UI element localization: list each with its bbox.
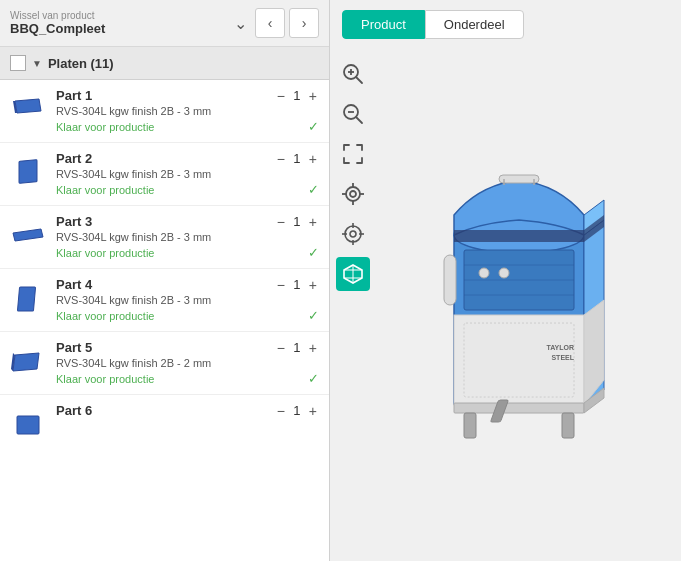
svg-rect-4 [17, 287, 35, 311]
part-spec-2: RVS-304L kgw finish 2B - 3 mm [56, 168, 319, 180]
qty-value-6: 1 [291, 403, 303, 418]
list-item: Part 1 − 1 + RVS-304L kgw finish 2B - 3 … [0, 80, 329, 143]
bbq-3d-model: TAYLOR STEEL [419, 165, 639, 445]
qty-plus-3[interactable]: + [307, 215, 319, 229]
part-status-5: Klaar voor productie [56, 373, 154, 385]
qty-plus-2[interactable]: + [307, 152, 319, 166]
svg-text:TAYLOR: TAYLOR [546, 344, 574, 351]
svg-rect-47 [454, 403, 584, 413]
list-item: Part 5 − 1 + RVS-304L kgw finish 2B - 2 … [0, 332, 329, 395]
svg-rect-2 [19, 160, 37, 184]
svg-marker-3 [13, 229, 43, 241]
part-details-1: Part 1 − 1 + RVS-304L kgw finish 2B - 3 … [56, 88, 319, 134]
list-item: Part 3 − 1 + RVS-304L kgw finish 2B - 3 … [0, 206, 329, 269]
part-spec-5: RVS-304L kgw finish 2B - 2 mm [56, 357, 319, 369]
part-name: Part 3 [56, 214, 92, 229]
qty-minus-3[interactable]: − [275, 215, 287, 229]
qty-plus-5[interactable]: + [307, 341, 319, 355]
tab-onderdeel[interactable]: Onderdeel [425, 10, 524, 39]
qty-value-4: 1 [291, 277, 303, 292]
parts-list: Part 1 − 1 + RVS-304L kgw finish 2B - 3 … [0, 80, 329, 561]
svg-point-41 [479, 268, 489, 278]
part-name: Part 1 [56, 88, 92, 103]
part-icon-4 [10, 281, 46, 317]
svg-point-22 [350, 231, 356, 237]
part-status-row-5: Klaar voor productie ✓ [56, 371, 319, 386]
target-icon[interactable] [336, 217, 370, 251]
qty-plus-4[interactable]: + [307, 278, 319, 292]
qty-minus-2[interactable]: − [275, 152, 287, 166]
part-details-6: Part 6 − 1 + [56, 403, 319, 418]
part-name: Part 6 [56, 403, 92, 418]
part-spec-1: RVS-304L kgw finish 2B - 3 mm [56, 105, 319, 117]
group-checkbox[interactable] [10, 55, 26, 71]
qty-minus-1[interactable]: − [275, 89, 287, 103]
svg-point-16 [350, 191, 356, 197]
part-details-3: Part 3 − 1 + RVS-304L kgw finish 2B - 3 … [56, 214, 319, 260]
fit-view-icon[interactable] [336, 137, 370, 171]
part-spec-3: RVS-304L kgw finish 2B - 3 mm [56, 231, 319, 243]
qty-ctrl: − 1 + [275, 277, 319, 292]
qty-minus-5[interactable]: − [275, 341, 287, 355]
qty-plus-1[interactable]: + [307, 89, 319, 103]
svg-point-21 [345, 226, 361, 242]
part-name: Part 2 [56, 151, 92, 166]
zoom-in-icon[interactable] [336, 57, 370, 91]
svg-rect-48 [464, 413, 476, 438]
part-status-3: Klaar voor productie [56, 247, 154, 259]
selector-info: Wissel van product BBQ_Compleet [10, 10, 226, 36]
qty-value-2: 1 [291, 151, 303, 166]
svg-rect-33 [499, 175, 539, 183]
svg-point-42 [499, 268, 509, 278]
part-status-1: Klaar voor productie [56, 121, 154, 133]
selector-value: BBQ_Compleet [10, 21, 226, 36]
left-panel: Wissel van product BBQ_Compleet ⌄ ‹ › ▼ … [0, 0, 330, 561]
qty-plus-6[interactable]: + [307, 404, 319, 418]
part-details-2: Part 2 − 1 + RVS-304L kgw finish 2B - 3 … [56, 151, 319, 197]
qty-minus-4[interactable]: − [275, 278, 287, 292]
list-item: Part 6 − 1 + [0, 395, 329, 451]
part-icon-6 [10, 407, 46, 443]
qty-minus-6[interactable]: − [275, 404, 287, 418]
zoom-out-icon[interactable] [336, 97, 370, 131]
qty-ctrl: − 1 + [275, 340, 319, 355]
part-status-row-4: Klaar voor productie ✓ [56, 308, 319, 323]
prev-button[interactable]: ‹ [255, 8, 285, 38]
qty-value-3: 1 [291, 214, 303, 229]
svg-point-15 [346, 187, 360, 201]
svg-rect-49 [562, 413, 574, 438]
group-arrow[interactable]: ▼ [32, 58, 42, 69]
model-area: TAYLOR STEEL [376, 49, 681, 561]
dropdown-button[interactable]: ⌄ [230, 12, 251, 35]
qty-value-5: 1 [291, 340, 303, 355]
svg-rect-51 [444, 255, 456, 305]
svg-line-14 [356, 117, 362, 123]
svg-marker-5 [13, 353, 39, 371]
qty-ctrl: − 1 + [275, 151, 319, 166]
part-name: Part 5 [56, 340, 92, 355]
selector-label: Wissel van product [10, 10, 226, 21]
part-status-4: Klaar voor productie [56, 310, 154, 322]
part-details-5: Part 5 − 1 + RVS-304L kgw finish 2B - 2 … [56, 340, 319, 386]
check-icon-2: ✓ [308, 182, 319, 197]
model-view-icon[interactable] [336, 257, 370, 291]
tab-product[interactable]: Product [342, 10, 425, 39]
list-item: Part 4 − 1 + RVS-304L kgw finish 2B - 3 … [0, 269, 329, 332]
rotate-icon[interactable] [336, 177, 370, 211]
part-icon-1 [10, 92, 46, 128]
group-header: ▼ Platen (11) [0, 47, 329, 80]
check-icon-4: ✓ [308, 308, 319, 323]
next-button[interactable]: › [289, 8, 319, 38]
qty-value-1: 1 [291, 88, 303, 103]
check-icon-3: ✓ [308, 245, 319, 260]
svg-rect-7 [17, 416, 39, 434]
svg-rect-36 [454, 230, 584, 242]
tab-toolbar: Product Onderdeel [330, 0, 681, 49]
part-icon-2 [10, 155, 46, 191]
part-status-row-2: Klaar voor productie ✓ [56, 182, 319, 197]
part-status-2: Klaar voor productie [56, 184, 154, 196]
part-icon-5 [10, 344, 46, 380]
part-name: Part 4 [56, 277, 92, 292]
part-icon-3 [10, 218, 46, 254]
part-spec-4: RVS-304L kgw finish 2B - 3 mm [56, 294, 319, 306]
